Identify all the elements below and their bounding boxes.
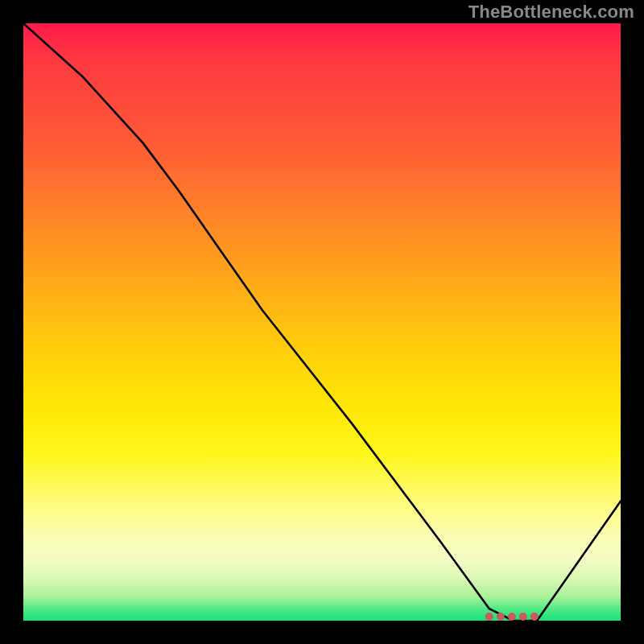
chart-frame: TheBottleneck.com <box>0 0 644 644</box>
attribution-label: TheBottleneck.com <box>469 2 634 23</box>
heat-gradient <box>23 23 621 621</box>
plot-area <box>23 23 621 621</box>
